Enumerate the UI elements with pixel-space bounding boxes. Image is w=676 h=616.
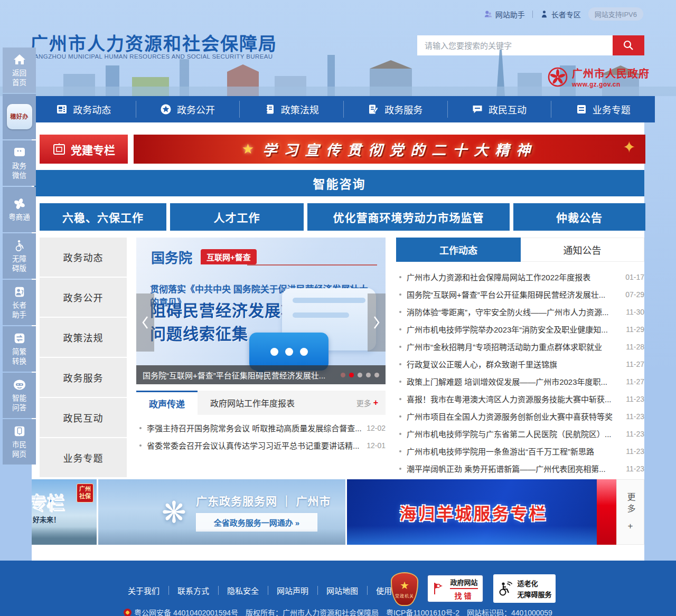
sidebar-item-elder-assistant[interactable]: 长者助手 [3,280,36,325]
list-item[interactable]: 消防体验“零距离”，守牢安全防火线——广州市人力资源...11-30 [396,303,644,320]
list-item[interactable]: 国务院“互联网+督查”平台公开征集阻碍民营经济发展壮...07-29 [396,286,644,303]
plus-icon: + [373,398,378,407]
left-menu-item-fuwu[interactable]: 政务服务 [40,358,127,397]
sidebar-item-smart-qa[interactable]: 智能问答 [3,373,36,418]
footer-link-sitemap[interactable]: 网站地图 [317,585,367,596]
left-menu-item-dongtai[interactable]: 政务动态 [40,238,127,277]
left-menu-item-zhuanti[interactable]: 业务专题 [40,438,127,477]
quick-link-zhongcai[interactable]: 仲裁公告 [513,203,645,231]
left-menu-item-hudong[interactable]: 政民互动 [40,398,127,437]
main-nav: 政务动态 政务公开 政策法规 政务服务 政民互动 业务专题 [32,96,655,122]
social-insurance-banner[interactable]: 广州社保 专栏 好未来！ [32,479,97,545]
carousel-dot-4[interactable] [366,373,371,377]
nav-item-zhengwu-dongtai[interactable]: 政务动态 [32,96,136,122]
elder-person-icon [540,10,548,18]
gz-gov-emblem-icon [547,67,568,88]
site-assistant-link[interactable]: 网站助手 [484,9,525,20]
nav-label: 政策法规 [281,102,319,116]
list-item[interactable]: 政策上门解难题 培训增效促发展——广州市2023年度职...11-27 [396,373,644,390]
nav-item-yewu-zhuanti[interactable]: 业务专题 [551,96,655,122]
nav-item-zhengmin-hudong[interactable]: 政民互动 [447,96,551,122]
nav-item-zhengwu-fuwu[interactable]: 政务服务 [343,96,447,122]
nav-item-zhengce-fagui[interactable]: 政策法规 [239,96,343,122]
carousel-dot-2-active[interactable] [349,373,354,377]
search-button[interactable] [613,35,644,55]
nav-label: 政务动态 [73,102,111,116]
left-menu-item-fagui[interactable]: 政策法规 [40,318,127,357]
tab-annual-report[interactable]: 政府网站工作年度报表 [198,391,356,415]
sidebar-item-home[interactable]: 返回首页 [3,48,36,93]
tab-notices[interactable]: 通知公告 [521,238,644,262]
site-error-report-badge[interactable]: 政府网站 找错 [427,574,484,603]
bullet-icon [399,328,401,330]
tab-zhengsheng-chuandi[interactable]: 政声传递 [136,391,198,415]
sidebar-item-suihaoban[interactable]: 穗好办 [3,94,36,139]
item-title: 政策上门解难题 培训增效促发展——广州市2023年度职... [407,376,621,387]
sidebar-item-citizen-page[interactable]: 市民网页 [3,419,36,465]
banner-glow [347,526,597,545]
assistant-person-icon [484,10,492,18]
wheelchair-icon [13,239,26,252]
party-building-button[interactable]: 党建专栏 [40,135,128,164]
sidebar-item-yueshangtong[interactable]: 粤商通 [3,187,36,232]
gd-service-banner[interactable]: ❋ 广东政务服务网 ｜ 广州市 全省政务服务一网通办 » [98,479,345,545]
sidebar-item-simplified-traditional[interactable]: 简繁转换 [3,326,36,372]
list-item[interactable]: 潮平岸阔帆正劲 乘势开拓谱新篇——广州代表团亮相第...11-23 [396,460,644,477]
carousel-prev-arrow[interactable] [136,293,154,352]
more-label: 更多 [624,492,637,516]
banner-buildings [32,527,97,545]
gz-gov-logo[interactable]: 广州市人民政府 www.gz.gov.cn [547,65,650,88]
quick-link-rencai[interactable]: 人才工作 [170,203,304,231]
elder-zone-link[interactable]: 长者专区 [540,9,581,20]
smart-consult-bar[interactable]: 智能咨询 [34,170,644,196]
footer-link-about[interactable]: 关于我们 [119,585,168,596]
carousel-caption-text[interactable]: 国务院“互联网+督查”平台征集阻碍民营经济发展壮... [143,369,336,381]
quick-link-yingshang[interactable]: 优化营商环境劳动力市场监管 [307,203,510,231]
list-item[interactable]: 广州市机电技师学院用一条鱼游出“百千万工程”新思路11-23 [396,442,644,460]
carousel-dot-3[interactable] [358,373,362,377]
party-slogan-banner[interactable]: ★ 学习宣传贯彻党的二十大精神 ✦ [134,135,645,164]
left-menu-item-gongkai[interactable]: 政务公开 [40,278,127,317]
list-item[interactable]: 行政复议公正暖人心，群众致谢千里送锦旗11-27 [396,355,644,373]
list-item[interactable]: 李强主持召开国务院常务会议 听取推动高质量发展综合督查...12-02 [136,419,386,437]
accessibility-service-badge[interactable]: 适老化 无障碍服务 [493,574,556,603]
wechat-icon [13,146,26,159]
sidebar-label: 政务微信 [12,162,26,180]
star-circle-icon [160,103,172,115]
footer-link-statement[interactable]: 网站声明 [268,585,317,596]
list-item[interactable]: 广州市人力资源和社会保障局网站工作2022年度报表01-17 [396,268,644,286]
haigui-banner[interactable]: 海归羊城服务专栏 [347,479,616,545]
sidebar-item-wechat[interactable]: 政务微信 [3,140,36,186]
shield-star-icon: ★ [400,580,409,591]
item-date: 01-17 [625,273,644,281]
search-input[interactable] [417,35,613,55]
gz-shebao-badge: 广州社保 [77,484,93,503]
elder-zone-label: 长者专区 [551,9,581,20]
bullet-icon [399,381,401,383]
footer-link-contact[interactable]: 联系方式 [168,585,218,596]
hero-carousel[interactable]: 国务院 互联网+督查 贯彻落实《中共中央 国务院关于促进民营经济发展壮大的意见》… [136,238,386,384]
carousel-next-arrow[interactable] [368,293,386,352]
ipv6-badge: 网站支持IPV6 [588,7,643,21]
list-item[interactable]: 省委常委会召开会议认真传达学习习近平总书记重要讲话精...12-01 [136,437,386,454]
elder-person-icon [13,286,26,298]
quick-link-liuwen-liubao[interactable]: 六稳、六保工作 [40,203,166,231]
list-item[interactable]: 广州市项目在全国人力资源服务创新创业大赛中喜获特等奖11-23 [396,407,644,425]
sidebar-label: 智能问答 [12,394,26,412]
list-item[interactable]: 喜报！我市在粤港澳大湾区人力资源服务技能大赛中斩获...11-23 [396,390,644,407]
quick-links-row: 六稳、六保工作 人才工作 优化营商环境劳动力市场监管 仲裁公告 [40,203,645,231]
list-item[interactable]: 广州市机电技师学院与广东省第二人民医院（民航院区）...11-23 [396,425,644,442]
party-gov-shield-badge[interactable]: ★ 党政机关 [391,572,418,606]
carousel-dot-5[interactable] [374,373,379,377]
bullet-icon [139,444,142,447]
carousel-dot-1[interactable] [341,373,345,377]
item-title: 广州市项目在全国人力资源服务创新创业大赛中喜获特等奖 [407,411,621,422]
list-item[interactable]: 广州市机电技师学院举办2023年“消防安全及职业健康知...11-29 [396,320,644,338]
tab-work-dynamics[interactable]: 工作动态 [396,238,521,262]
list-item[interactable]: 广州市“金秋招聘月”专项招聘活动助力重点群体求职就业11-28 [396,338,644,355]
voice-more-link[interactable]: 更多 + [356,391,386,415]
sidebar-item-accessible-version[interactable]: 无障碍版 [3,233,36,279]
footer-link-privacy[interactable]: 隐私安全 [218,585,268,596]
banners-more-box[interactable]: 更多 + [616,479,644,545]
nav-item-zhengwu-gongkai[interactable]: 政务公开 [136,96,240,122]
